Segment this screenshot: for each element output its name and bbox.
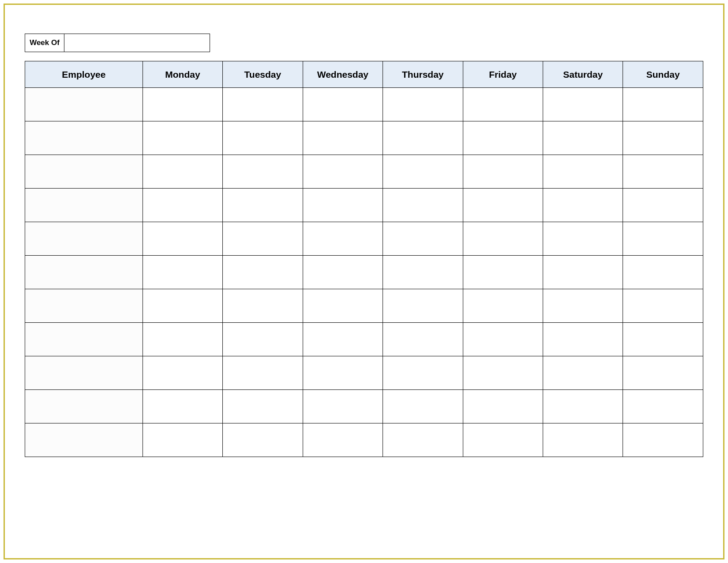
day-cell[interactable] [463,121,543,155]
table-row [25,155,703,189]
day-cell[interactable] [223,155,303,189]
day-cell[interactable] [623,390,703,423]
day-cell[interactable] [143,356,222,390]
day-cell[interactable] [143,155,222,189]
day-cell[interactable] [463,323,543,356]
day-cell[interactable] [223,88,303,121]
day-cell[interactable] [463,423,543,457]
day-cell[interactable] [303,222,383,256]
table-row [25,189,703,222]
day-cell[interactable] [383,256,463,289]
week-of-input[interactable] [64,34,210,52]
day-cell[interactable] [143,88,222,121]
day-cell[interactable] [623,155,703,189]
day-cell[interactable] [223,189,303,222]
day-cell[interactable] [383,289,463,323]
day-cell[interactable] [383,121,463,155]
table-row [25,356,703,390]
day-cell[interactable] [543,356,623,390]
day-cell[interactable] [463,222,543,256]
day-cell[interactable] [303,390,383,423]
table-row [25,323,703,356]
day-cell[interactable] [303,121,383,155]
day-cell[interactable] [543,289,623,323]
day-cell[interactable] [383,323,463,356]
day-cell[interactable] [543,390,623,423]
header-wednesday: Wednesday [303,61,383,88]
day-cell[interactable] [463,155,543,189]
employee-cell[interactable] [25,155,143,189]
day-cell[interactable] [383,423,463,457]
day-cell[interactable] [223,256,303,289]
employee-cell[interactable] [25,356,143,390]
day-cell[interactable] [543,155,623,189]
employee-cell[interactable] [25,189,143,222]
day-cell[interactable] [623,289,703,323]
day-cell[interactable] [543,88,623,121]
day-cell[interactable] [303,88,383,121]
day-cell[interactable] [303,189,383,222]
employee-cell[interactable] [25,121,143,155]
day-cell[interactable] [303,256,383,289]
employee-cell[interactable] [25,423,143,457]
employee-cell[interactable] [25,289,143,323]
day-cell[interactable] [543,222,623,256]
day-cell[interactable] [143,423,222,457]
day-cell[interactable] [303,323,383,356]
day-cell[interactable] [223,390,303,423]
table-row [25,423,703,457]
day-cell[interactable] [623,423,703,457]
day-cell[interactable] [223,356,303,390]
day-cell[interactable] [303,423,383,457]
day-cell[interactable] [303,356,383,390]
employee-cell[interactable] [25,323,143,356]
day-cell[interactable] [383,356,463,390]
employee-cell[interactable] [25,390,143,423]
day-cell[interactable] [223,323,303,356]
day-cell[interactable] [223,121,303,155]
day-cell[interactable] [623,222,703,256]
day-cell[interactable] [383,155,463,189]
day-cell[interactable] [623,189,703,222]
day-cell[interactable] [463,356,543,390]
employee-cell[interactable] [25,88,143,121]
day-cell[interactable] [223,222,303,256]
day-cell[interactable] [543,323,623,356]
day-cell[interactable] [543,256,623,289]
day-cell[interactable] [143,323,222,356]
day-cell[interactable] [463,390,543,423]
day-cell[interactable] [543,423,623,457]
day-cell[interactable] [143,289,222,323]
day-cell[interactable] [143,222,222,256]
day-cell[interactable] [223,423,303,457]
day-cell[interactable] [143,256,222,289]
table-row [25,390,703,423]
day-cell[interactable] [383,88,463,121]
day-cell[interactable] [623,88,703,121]
week-of-label: Week Of [25,34,64,52]
day-cell[interactable] [143,121,222,155]
day-cell[interactable] [623,356,703,390]
day-cell[interactable] [143,390,222,423]
day-cell[interactable] [303,289,383,323]
day-cell[interactable] [543,189,623,222]
day-cell[interactable] [543,121,623,155]
employee-cell[interactable] [25,222,143,256]
employee-cell[interactable] [25,256,143,289]
day-cell[interactable] [383,222,463,256]
day-cell[interactable] [383,390,463,423]
day-cell[interactable] [623,121,703,155]
day-cell[interactable] [463,88,543,121]
day-cell[interactable] [143,189,222,222]
table-row [25,256,703,289]
day-cell[interactable] [463,256,543,289]
day-cell[interactable] [383,189,463,222]
header-sunday: Sunday [623,61,703,88]
day-cell[interactable] [623,256,703,289]
day-cell[interactable] [623,323,703,356]
day-cell[interactable] [223,289,303,323]
table-body [25,88,703,457]
day-cell[interactable] [463,189,543,222]
day-cell[interactable] [463,289,543,323]
day-cell[interactable] [303,155,383,189]
